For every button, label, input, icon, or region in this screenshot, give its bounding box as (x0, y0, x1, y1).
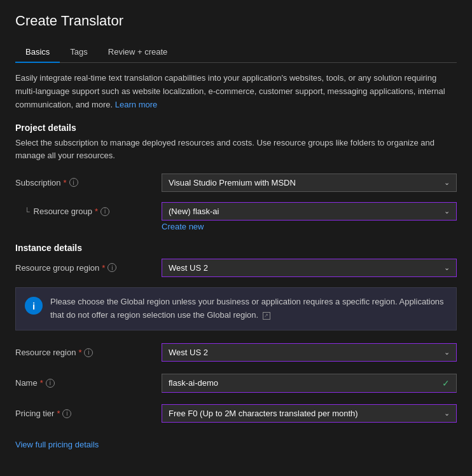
tab-basics[interactable]: Basics (15, 42, 60, 63)
name-input-wrapper: flask-ai-demo ✓ (162, 374, 457, 393)
tabs-bar: Basics Tags Review + create (15, 42, 457, 63)
resource-group-region-row: Resource group region * i West US 2 ⌄ (15, 257, 457, 278)
subscription-row: Subscription * i Visual Studio Premium w… (15, 172, 457, 193)
subscription-label: Subscription * i (15, 178, 162, 187)
page-container: Create Translator Basics Tags Review + c… (0, 0, 472, 462)
resource-group-row: Resource group * i (New) flask-ai ⌄ (15, 202, 457, 221)
pricing-tier-row: Pricing tier * i Free F0 (Up to 2M chara… (15, 403, 457, 425)
resource-group-dropdown[interactable]: (New) flask-ai ⌄ (162, 202, 457, 221)
resource-group-chevron-icon: ⌄ (444, 207, 450, 215)
name-input-field[interactable]: flask-ai-demo ✓ (162, 374, 457, 393)
learn-more-link[interactable]: Learn more (115, 100, 157, 109)
pricing-tier-dropdown[interactable]: Free F0 (Up to 2M characters translated … (162, 404, 457, 423)
resource-region-chevron-icon: ⌄ (444, 348, 450, 357)
description-text: Easily integrate real-time text translat… (15, 72, 457, 111)
resource-region-label: Resource region * i (15, 348, 162, 357)
resource-region-dropdown[interactable]: West US 2 ⌄ (162, 343, 457, 362)
info-box: i Please choose the Global region unless… (15, 287, 457, 330)
subscription-required: * (64, 178, 67, 187)
name-info-icon[interactable]: i (46, 379, 55, 388)
resource-group-region-required: * (102, 263, 105, 273)
tab-review-create[interactable]: Review + create (98, 42, 178, 62)
project-details-desc: Select the subscription to manage deploy… (15, 137, 457, 161)
page-title: Create Translator (15, 13, 457, 29)
name-label: Name * i (15, 378, 162, 388)
pricing-tier-info-icon[interactable]: i (62, 409, 71, 418)
pricing-tier-dropdown-wrapper: Free F0 (Up to 2M characters translated … (162, 404, 457, 423)
name-required: * (40, 378, 43, 388)
external-link-icon (263, 312, 270, 320)
resource-group-region-chevron-icon: ⌄ (444, 264, 450, 272)
project-details-heading: Project details (15, 123, 457, 133)
subscription-info-icon[interactable]: i (69, 178, 78, 187)
instance-details-heading: Instance details (15, 243, 457, 253)
resource-group-label: Resource group * i (15, 207, 162, 216)
resource-region-info-icon[interactable]: i (84, 348, 93, 357)
resource-group-region-label: Resource group region * i (15, 263, 162, 273)
resource-group-required: * (95, 207, 98, 216)
resource-region-row: Resource region * i West US 2 ⌄ (15, 342, 457, 364)
resource-region-dropdown-wrapper: West US 2 ⌄ (162, 343, 457, 362)
tab-tags[interactable]: Tags (60, 42, 97, 62)
info-box-text: Please choose the Global region unless y… (50, 296, 447, 322)
view-pricing-link[interactable]: View full pricing details (15, 440, 99, 449)
name-row: Name * i flask-ai-demo ✓ (15, 372, 457, 394)
instance-details-section: Instance details Resource group region *… (15, 243, 457, 425)
resource-group-dropdown-wrapper: (New) flask-ai ⌄ (162, 202, 457, 221)
subscription-dropdown-wrapper: Visual Studio Premium with MSDN ⌄ (162, 173, 457, 192)
resource-group-region-dropdown-wrapper: West US 2 ⌄ (162, 259, 457, 277)
resource-region-required: * (78, 348, 81, 357)
info-box-icon: i (25, 297, 43, 315)
resource-group-region-info-icon[interactable]: i (108, 263, 116, 272)
subscription-chevron-icon: ⌄ (444, 179, 450, 187)
resource-group-region-dropdown[interactable]: West US 2 ⌄ (162, 259, 457, 277)
name-check-icon: ✓ (442, 378, 450, 388)
pricing-tier-label: Pricing tier * i (15, 409, 162, 418)
subscription-dropdown[interactable]: Visual Studio Premium with MSDN ⌄ (162, 173, 457, 192)
resource-group-info-icon[interactable]: i (101, 207, 109, 216)
pricing-tier-required: * (57, 409, 60, 418)
pricing-tier-chevron-icon: ⌄ (444, 409, 450, 418)
create-new-link[interactable]: Create new (162, 222, 457, 231)
